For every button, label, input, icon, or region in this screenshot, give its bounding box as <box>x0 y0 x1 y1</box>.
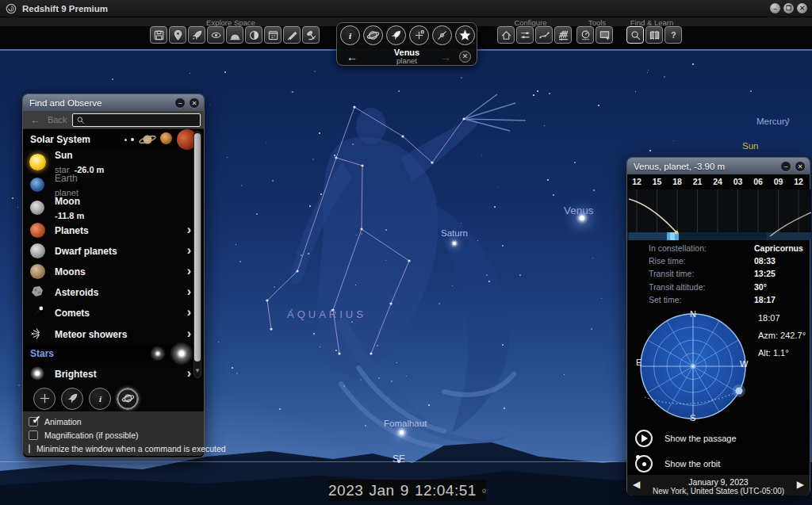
favorite-button[interactable] <box>455 25 475 45</box>
goto-rocket-button[interactable] <box>386 25 406 45</box>
timeline-tick: 24 <box>710 177 726 186</box>
timeline-tick: 12 <box>629 177 645 186</box>
moon-phase-icon <box>248 29 260 41</box>
list-item-moons[interactable]: Moons › <box>23 261 204 281</box>
chevron-icon[interactable]: › <box>187 223 191 237</box>
background-star <box>377 345 378 346</box>
show-passage-row[interactable]: Show the passage <box>627 427 811 450</box>
chevron-icon[interactable]: › <box>187 327 191 341</box>
find-panel-header[interactable]: Find and Observe – ✕ <box>23 94 204 111</box>
option-minimize[interactable]: ✓ Minimize the window when a command is … <box>23 442 204 455</box>
chevron-icon[interactable]: › <box>187 366 191 381</box>
direction-label-se: SE <box>393 453 405 465</box>
settings-button[interactable] <box>516 26 534 44</box>
background-star <box>112 78 113 80</box>
find-button[interactable] <box>626 26 644 44</box>
option-magnification[interactable]: ✓ Magnification (if possible) <box>23 428 204 442</box>
timeline-ticks: 121518212403060912 <box>627 177 811 188</box>
footer-location[interactable]: New York, United States (UTC-05:00) <box>627 487 810 495</box>
help-button[interactable]: ? <box>665 26 682 44</box>
earth-icon <box>30 178 44 192</box>
observatory-button[interactable] <box>226 26 243 44</box>
telescope-control-button[interactable] <box>302 26 320 44</box>
altitude-timeline[interactable] <box>627 189 811 240</box>
center-object-button[interactable] <box>33 388 56 410</box>
background-star <box>452 285 453 286</box>
view-button[interactable] <box>207 26 224 44</box>
list-item-sun[interactable]: Sun star -26.0 m <box>23 150 204 174</box>
save-button[interactable] <box>150 26 167 44</box>
minimize-window-checkbox[interactable]: ✓ <box>29 444 30 453</box>
list-item-meteor-showers[interactable]: Meteor showers › <box>23 323 204 344</box>
selection-widget: i ← Venus planet → ✕ <box>336 22 477 66</box>
trajectory-settings-button[interactable] <box>535 26 553 44</box>
window-minimize-button[interactable]: – <box>770 3 780 13</box>
center-lock-button[interactable] <box>409 25 429 45</box>
info-panel-header[interactable]: Venus, planet, -3.90 m – ✕ <box>627 158 810 174</box>
saturn-star[interactable] <box>453 242 456 245</box>
info-button[interactable]: i <box>340 25 360 45</box>
calendar-icon: 17 <box>267 29 279 41</box>
next-day-button[interactable]: ▶ <box>797 479 804 490</box>
list-item-dwarf-planets[interactable]: Dwarf planets › <box>23 240 204 261</box>
window-maximize-button[interactable]: ❐ <box>783 3 794 13</box>
datetime-display[interactable]: 2023 Jan 9 12:04:51 <box>328 480 487 501</box>
background-star <box>549 93 550 94</box>
globe-orbit-button[interactable] <box>363 25 383 45</box>
background-star <box>574 162 576 163</box>
home-view-button[interactable] <box>497 26 515 44</box>
rocket-icon <box>191 29 203 41</box>
find-panel-close-button[interactable]: ✕ <box>189 98 200 109</box>
observe-planet-button[interactable] <box>117 388 139 410</box>
background-star <box>331 309 332 311</box>
list-item-comets[interactable]: Comets › <box>23 302 204 323</box>
back-button[interactable]: Back <box>48 115 67 124</box>
fomalhaut-star[interactable] <box>400 430 404 434</box>
background-star <box>343 385 345 387</box>
selected-object-type: planet <box>337 57 477 65</box>
chevron-icon[interactable]: › <box>187 285 191 299</box>
comets-icon <box>29 304 45 320</box>
scrollbar-down-arrow[interactable]: ▼ <box>194 367 201 374</box>
list-item-earth[interactable]: Earthplanet <box>23 174 204 196</box>
object-info-button[interactable]: i <box>89 388 111 410</box>
mercury-label: Mercury <box>756 117 790 126</box>
list-item-brightest[interactable]: Brightest › <box>23 362 204 384</box>
list-item-planets[interactable]: Planets › <box>23 220 204 240</box>
search-input[interactable] <box>88 116 191 125</box>
info-panel-close-button[interactable]: ✕ <box>795 161 806 172</box>
find-panel-minimize-button[interactable]: – <box>174 98 186 109</box>
background-star <box>301 254 302 256</box>
calendar-button[interactable]: 17 <box>264 26 282 44</box>
chevron-icon[interactable]: › <box>187 305 191 319</box>
location-button[interactable] <box>169 26 186 44</box>
search-box[interactable] <box>72 113 201 127</box>
magnification-checkbox[interactable]: ✓ <box>29 430 38 440</box>
flight-button[interactable] <box>188 26 205 44</box>
save-icon <box>153 29 165 41</box>
edit-icon <box>286 29 298 41</box>
home-time-icon[interactable] <box>481 487 487 495</box>
guide-button[interactable] <box>645 26 663 44</box>
window-title: Redshift 9 Premium <box>22 4 108 13</box>
chevron-icon[interactable]: › <box>187 264 191 278</box>
list-item-moon[interactable]: Moon-11.8 m <box>23 196 204 220</box>
show-orbit-row[interactable]: Show the orbit <box>627 453 811 475</box>
animation-checkbox[interactable]: ✓ <box>29 417 38 427</box>
option-animation[interactable]: ✓ Animation <box>23 415 204 428</box>
new-window-button[interactable] <box>596 26 613 44</box>
window-close-button[interactable]: ✕ <box>797 3 807 13</box>
list-item-asteroids[interactable]: Asteroids › <box>23 281 204 302</box>
sky-mode-button[interactable] <box>245 26 262 44</box>
footer-date[interactable]: January 9, 2023 <box>627 477 810 487</box>
goto-object-button[interactable] <box>61 388 83 410</box>
time-controls-button[interactable] <box>576 26 594 44</box>
background-star <box>378 377 380 379</box>
scrollbar-thumb[interactable] <box>194 133 201 362</box>
info-panel-minimize-button[interactable]: – <box>780 161 791 172</box>
edit-button[interactable] <box>283 26 301 44</box>
angle-measure-button[interactable] <box>432 25 452 45</box>
chevron-icon[interactable]: › <box>187 243 191 258</box>
back-arrow-icon[interactable]: ← <box>30 114 40 126</box>
sky-settings-button[interactable] <box>554 26 572 44</box>
